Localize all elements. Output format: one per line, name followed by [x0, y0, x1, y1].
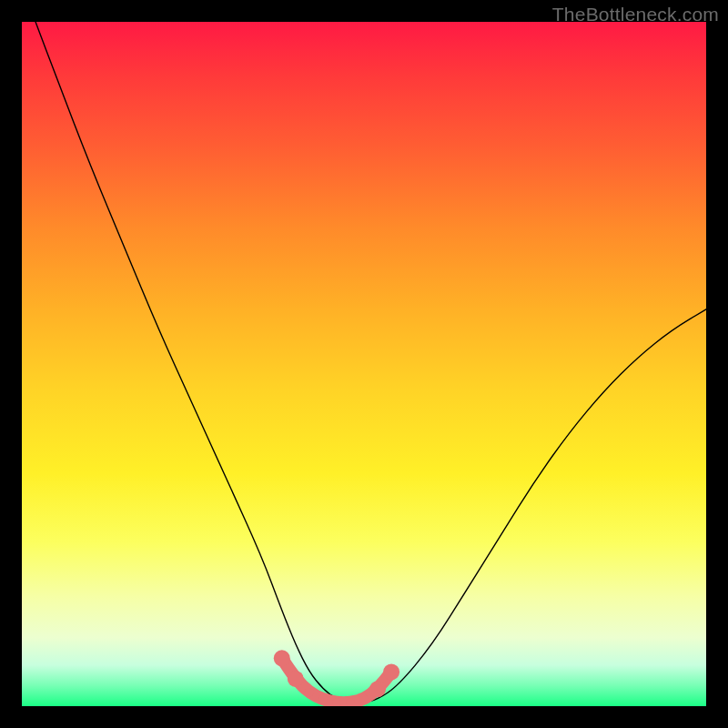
- chart-svg: [22, 22, 706, 706]
- chart-container: TheBottleneck.com: [0, 0, 728, 728]
- svg-point-7: [369, 681, 386, 697]
- svg-point-2: [305, 688, 314, 697]
- svg-point-6: [359, 695, 369, 704]
- svg-point-0: [274, 650, 290, 666]
- watermark-text: TheBottleneck.com: [552, 4, 719, 25]
- svg-point-8: [383, 663, 399, 680]
- plot-area: [22, 22, 706, 706]
- svg-point-3: [318, 695, 328, 704]
- svg-point-1: [288, 671, 304, 687]
- bottleneck-curve-line: [35, 22, 706, 703]
- bottleneck-valley-highlight: [274, 650, 399, 706]
